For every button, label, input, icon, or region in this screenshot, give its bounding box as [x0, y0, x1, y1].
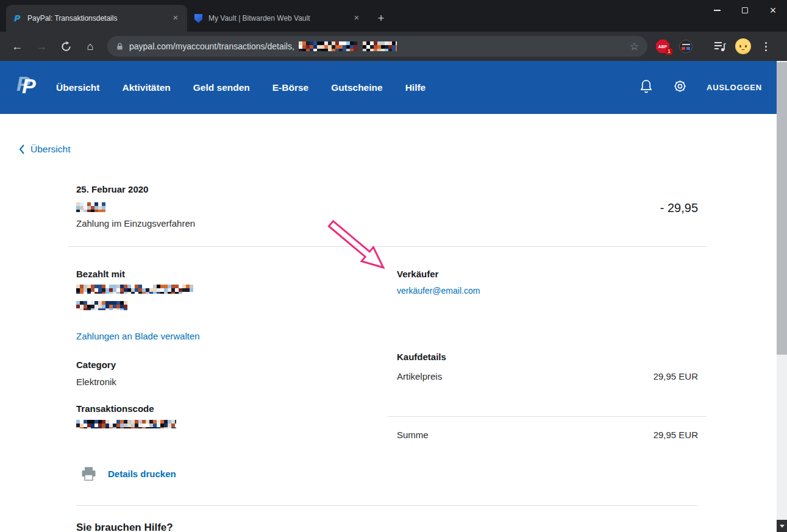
- item-price-row: Artikelpreis 29,95 EUR: [397, 371, 698, 381]
- reload-icon: [60, 41, 72, 52]
- paypal-logo[interactable]: P P: [16, 72, 47, 102]
- media-controls-icon[interactable]: [713, 40, 727, 52]
- paid-with-label: Bezahlt mit: [76, 269, 125, 279]
- extension-badge: 1: [666, 48, 672, 55]
- annotation-arrow-icon: [317, 212, 396, 276]
- adblock-extension-icon[interactable]: ABP 1: [656, 40, 669, 53]
- tab-close-icon[interactable]: ×: [351, 13, 362, 24]
- paypal-nav: Übersicht Aktivitäten Geld senden E-Börs…: [56, 61, 426, 114]
- maximize-button[interactable]: [731, 0, 759, 21]
- total-value: 29,95 EUR: [653, 430, 698, 440]
- paypal-favicon: P: [12, 13, 23, 24]
- merchant-name-redacted: [76, 202, 105, 212]
- bookmark-star-icon[interactable]: ☆: [630, 40, 639, 53]
- manage-payments-link[interactable]: Zahlungen an Blade verwalten: [76, 331, 200, 341]
- window-controls: ×: [703, 0, 787, 21]
- paypal-header-actions: AUSLOGGEN: [639, 61, 762, 114]
- profile-avatar[interactable]: [735, 38, 751, 54]
- tabs-container: P PayPal: Transaktionsdetails × My Vault…: [6, 5, 390, 32]
- nav-aktivitaeten[interactable]: Aktivitäten: [123, 82, 171, 93]
- reload-button[interactable]: [54, 34, 78, 59]
- lock-icon: [116, 42, 124, 51]
- address-bar[interactable]: paypal.com/myaccount/transactions/detail…: [107, 36, 647, 57]
- notifications-bell-icon[interactable]: [639, 79, 653, 97]
- tab-bitwarden[interactable]: My Vault | Bitwarden Web Vault ×: [187, 5, 368, 32]
- bitwarden-favicon: [193, 13, 204, 24]
- scroll-down-button[interactable]: [777, 520, 787, 532]
- tab-close-icon[interactable]: ×: [170, 13, 181, 24]
- tab-paypal[interactable]: P PayPal: Transaktionsdetails ×: [6, 5, 187, 32]
- url-redacted-1: [299, 41, 357, 51]
- browser-toolbar: ← → ⌂ paypal.com/myaccount/transactions/…: [0, 32, 787, 61]
- new-tab-button[interactable]: +: [372, 5, 390, 32]
- print-details-link[interactable]: Details drucken: [81, 467, 176, 481]
- forward-button[interactable]: →: [29, 34, 54, 59]
- nav-uebersicht[interactable]: Übersicht: [56, 82, 100, 93]
- payment-source-redacted: [76, 285, 193, 294]
- settings-gear-icon[interactable]: [673, 79, 687, 96]
- browser-menu-icon[interactable]: [762, 39, 770, 54]
- printer-icon: [81, 467, 96, 481]
- nav-gutscheine[interactable]: Gutscheine: [331, 82, 382, 93]
- seller-label: Verkäufer: [397, 269, 438, 279]
- chevron-left-icon: [18, 144, 25, 155]
- payment-method: Zahlung im Einzugsverfahren: [76, 218, 195, 229]
- divider: [76, 505, 698, 506]
- item-price-label: Artikelpreis: [397, 371, 442, 381]
- back-link[interactable]: Übersicht: [18, 144, 70, 155]
- print-details-label: Details drucken: [108, 469, 176, 479]
- home-button[interactable]: ⌂: [78, 34, 102, 59]
- total-label: Summe: [397, 430, 429, 440]
- tab-title: PayPal: Transaktionsdetails: [27, 14, 165, 23]
- item-price-value: 29,95 EUR: [653, 371, 698, 381]
- tab-title: My Vault | Bitwarden Web Vault: [208, 14, 346, 23]
- category-value: Elektronik: [76, 377, 116, 387]
- extension-icon[interactable]: [679, 40, 693, 53]
- minimize-button[interactable]: [703, 0, 731, 21]
- divider: [387, 416, 707, 417]
- seller-email-link[interactable]: verkäufer@email.com: [397, 286, 480, 296]
- url-text: paypal.com/myaccount/transactions/detail…: [129, 41, 294, 51]
- logout-button[interactable]: AUSLOGGEN: [707, 83, 762, 92]
- transaction-code-label: Transaktionscode: [76, 403, 154, 414]
- nav-geld-senden[interactable]: Geld senden: [193, 82, 250, 93]
- transaction-code-redacted: [76, 420, 176, 428]
- payment-source-redacted-2: [76, 301, 127, 310]
- transaction-date: 25. Februar 2020: [76, 184, 148, 194]
- nav-e-boerse[interactable]: E-Börse: [272, 82, 308, 93]
- paypal-header: P P Übersicht Aktivitäten Geld senden E-…: [0, 61, 787, 114]
- nav-hilfe[interactable]: Hilfe: [405, 82, 426, 93]
- total-row: Summe 29,95 EUR: [397, 430, 698, 440]
- back-button[interactable]: ←: [5, 34, 29, 59]
- back-link-label: Übersicht: [30, 144, 70, 155]
- transaction-amount: - 29,95: [660, 201, 698, 215]
- close-button[interactable]: ×: [759, 0, 787, 21]
- purchase-details-label: Kaufdetails: [397, 352, 446, 362]
- category-label: Category: [76, 360, 116, 370]
- browser-window: P PayPal: Transaktionsdetails × My Vault…: [0, 0, 787, 532]
- chevron-down-icon: [780, 525, 785, 528]
- help-heading: Sie brauchen Hilfe?: [76, 522, 173, 532]
- url-redacted-2: [363, 41, 397, 51]
- tab-strip: P PayPal: Transaktionsdetails × My Vault…: [0, 0, 787, 32]
- scrollbar-thumb[interactable]: [777, 62, 787, 355]
